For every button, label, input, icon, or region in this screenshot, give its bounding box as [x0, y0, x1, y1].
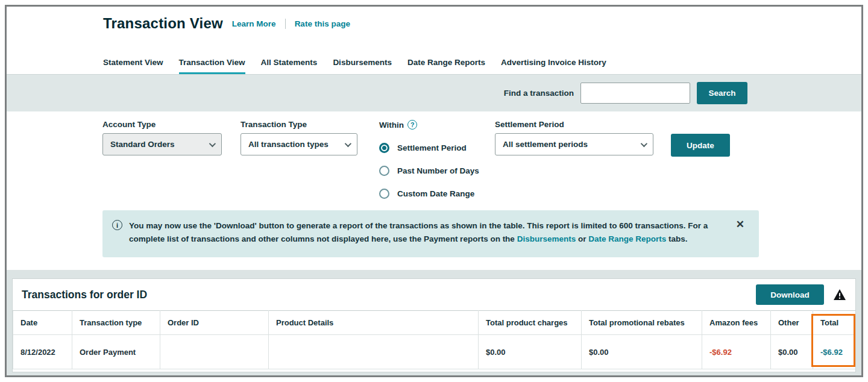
download-button[interactable]: Download [756, 284, 824, 305]
close-icon[interactable]: ✕ [736, 219, 744, 249]
chevron-down-icon [345, 140, 351, 146]
search-button[interactable]: Search [697, 82, 747, 104]
page-title: Transaction View [103, 15, 223, 32]
transaction-type-group: Transaction Type All transaction types [241, 120, 357, 155]
transaction-type-value: All transaction types [248, 140, 329, 149]
account-type-value: Standard Orders [110, 140, 175, 149]
learn-more-link[interactable]: Learn More [232, 19, 276, 28]
cell-other: $0.00 [771, 335, 813, 369]
warning-icon[interactable] [833, 289, 846, 301]
account-type-label: Account Type [102, 120, 222, 129]
update-button[interactable]: Update [671, 134, 730, 157]
radio-unselected-icon [379, 166, 389, 176]
radio-custom-date-range[interactable]: Custom Date Range [379, 189, 479, 199]
info-banner: i You may now use the 'Download' button … [102, 210, 759, 257]
filter-section: Account Type Standard Orders Transaction… [7, 111, 861, 270]
transactions-table-wrap: Date Transaction type Order ID Product D… [13, 310, 855, 369]
cell-total: -$6.92 [813, 335, 856, 369]
transactions-section-title: Transactions for order ID [22, 289, 147, 301]
tab-bar: Statement View Transaction View All Stat… [103, 58, 606, 74]
link-divider [285, 19, 286, 29]
settlement-period-group: Settlement Period All settlement periods [495, 120, 653, 155]
col-total-promotional-rebates: Total promotional rebates [582, 311, 702, 335]
page-header: Transaction View Learn More Rate this pa… [7, 7, 861, 74]
radio-unselected-icon [379, 189, 389, 199]
cell-date: 8/12/2022 [13, 335, 72, 369]
tab-all-statements[interactable]: All Statements [261, 58, 318, 74]
table-header-row: Date Transaction type Order ID Product D… [13, 311, 856, 335]
col-product-details: Product Details [269, 311, 479, 335]
search-label: Find a transaction [504, 89, 574, 98]
settlement-period-label: Settlement Period [495, 120, 653, 129]
col-date: Date [13, 311, 72, 335]
settlement-period-select[interactable]: All settlement periods [495, 133, 653, 155]
tab-statement-view[interactable]: Statement View [103, 58, 163, 74]
cell-total-product-charges: $0.00 [479, 335, 582, 369]
cell-total-promotional-rebates: $0.00 [582, 335, 702, 369]
help-icon[interactable]: ? [407, 120, 417, 130]
within-label: Within [379, 121, 404, 130]
col-transaction-type: Transaction type [72, 311, 160, 335]
transaction-type-label: Transaction Type [241, 120, 357, 129]
transactions-table: Date Transaction type Order ID Product D… [13, 310, 856, 369]
col-other: Other [771, 311, 813, 335]
settlement-period-value: All settlement periods [503, 140, 588, 149]
chevron-down-icon [209, 140, 216, 146]
banner-text: You may now use the 'Download' button to… [129, 219, 714, 249]
search-band: Find a transaction Search [7, 74, 861, 111]
search-input[interactable] [580, 83, 690, 104]
chevron-down-icon [641, 140, 647, 146]
radio-past-number-of-days[interactable]: Past Number of Days [379, 166, 479, 176]
tab-advertising-invoice-history[interactable]: Advertising Invoice History [501, 58, 606, 74]
col-total-product-charges: Total product charges [479, 311, 582, 335]
account-type-group: Account Type Standard Orders [102, 120, 222, 155]
tab-disbursements[interactable]: Disbursements [333, 58, 392, 74]
col-total: Total [813, 311, 856, 335]
cell-transaction-type: Order Payment [72, 335, 160, 369]
disbursements-link[interactable]: Disbursements [517, 234, 576, 243]
tab-transaction-view[interactable]: Transaction View [179, 58, 245, 74]
cell-product-details [269, 335, 479, 369]
transaction-type-select[interactable]: All transaction types [241, 133, 357, 155]
col-amazon-fees: Amazon fees [702, 311, 771, 335]
radio-selected-icon [379, 143, 389, 153]
account-type-select[interactable]: Standard Orders [102, 133, 222, 155]
transactions-card: Transactions for order ID Download [12, 278, 856, 372]
title-row: Transaction View Learn More Rate this pa… [103, 15, 350, 32]
rate-this-page-link[interactable]: Rate this page [295, 19, 350, 28]
app-window: Transaction View Learn More Rate this pa… [5, 5, 863, 377]
cell-order-id [160, 335, 269, 369]
radio-settlement-period[interactable]: Settlement Period [379, 143, 479, 153]
date-range-reports-link[interactable]: Date Range Reports [588, 234, 666, 243]
col-order-id: Order ID [160, 311, 269, 335]
transactions-card-header: Transactions for order ID Download [13, 279, 855, 310]
tab-date-range-reports[interactable]: Date Range Reports [407, 58, 485, 74]
within-group: Within ? Settlement Period Past Number o… [379, 120, 479, 211]
table-row: 8/12/2022 Order Payment $0.00 $0.00 -$6.… [13, 335, 856, 369]
cell-amazon-fees: -$6.92 [702, 335, 771, 369]
info-icon: i [112, 220, 122, 230]
